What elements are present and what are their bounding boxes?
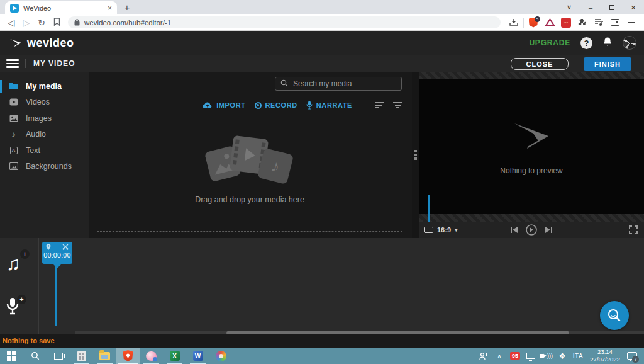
tab-close-icon[interactable]: × — [108, 4, 112, 13]
dropbox-icon[interactable]: ❖ — [555, 348, 569, 364]
fullscreen-icon[interactable] — [629, 225, 638, 234]
window-close-button[interactable]: × — [623, 0, 644, 14]
preview-playhead[interactable] — [428, 195, 430, 222]
narrate-button[interactable]: NARRATE — [306, 101, 352, 110]
playhead-line[interactable] — [55, 264, 57, 326]
add-audio-track-button[interactable]: ♫ + — [6, 253, 21, 275]
start-button[interactable] — [0, 348, 23, 364]
playhead-marker[interactable]: 00:00:00 — [42, 242, 72, 264]
tray-chevron-icon[interactable]: ∧ — [492, 348, 506, 364]
bookmark-icon[interactable] — [49, 18, 64, 28]
download-tray-icon[interactable] — [507, 16, 521, 29]
project-title[interactable]: MY VIDEO — [33, 59, 75, 68]
wevideo-arrow-icon — [9, 37, 23, 49]
toolbar-divider — [523, 18, 524, 28]
alert-badge[interactable]: 95 — [508, 348, 522, 364]
search-input[interactable] — [292, 79, 396, 89]
triangle-extension-icon[interactable] — [543, 16, 557, 29]
playlist-icon[interactable] — [592, 16, 606, 29]
sidebar-item-my-media[interactable]: My media — [0, 78, 89, 94]
people-icon[interactable] — [477, 348, 491, 364]
forward-icon[interactable]: ▷ — [19, 18, 34, 28]
content-area: My media Videos Images ♪ Audio A — [0, 72, 644, 238]
timeline[interactable]: ♫ + + 00:00:00 — [0, 238, 644, 334]
music-note-icon: ♪ — [9, 129, 18, 139]
media-dropzone[interactable]: ♪ Drag and drop your media here — [97, 117, 402, 232]
sidebar-item-videos[interactable]: Videos — [0, 94, 89, 111]
taskbar-file-explorer[interactable] — [93, 348, 116, 364]
import-button[interactable]: IMPORT — [203, 101, 245, 109]
preview-panel: Nothing to preview 16:9 ▾ — [419, 72, 644, 238]
extensions-puzzle-icon[interactable] — [575, 16, 589, 29]
user-avatar[interactable] — [623, 36, 636, 50]
scissors-icon — [62, 244, 69, 250]
folder-icon — [9, 82, 18, 90]
browser-navbar: ◁ ▷ ↻ wevideo.com/hub#editor/-1 5 ••• — [0, 14, 644, 31]
taskbar-search-button[interactable] — [23, 348, 47, 364]
timeline-zoom-button[interactable] — [600, 301, 629, 330]
skip-back-icon[interactable] — [510, 226, 518, 234]
window-restore-button[interactable] — [601, 0, 623, 14]
wevideo-logo[interactable]: wevideo — [9, 37, 74, 50]
lock-icon — [74, 17, 80, 28]
action-center-button[interactable]: 7 — [625, 348, 639, 364]
pink-app-icon — [146, 351, 157, 361]
brave-icon — [123, 350, 133, 361]
bell-icon[interactable] — [602, 37, 613, 50]
save-status: Nothing to save — [3, 337, 55, 344]
play-button-icon[interactable] — [526, 224, 537, 236]
wevideo-play-logo-icon — [511, 118, 552, 154]
browser-tab[interactable]: WeVideo × — [5, 1, 117, 14]
brave-shield-icon[interactable]: 5 — [526, 16, 540, 29]
taskbar-clock[interactable]: 23:14 27/07/2022 — [587, 348, 623, 363]
help-icon[interactable]: ? — [580, 37, 592, 49]
close-button[interactable]: CLOSE — [511, 58, 569, 70]
network-icon[interactable] — [524, 348, 538, 364]
browser-menu-icon[interactable] — [625, 16, 638, 29]
upgrade-button[interactable]: UPGRADE — [529, 38, 570, 47]
preview-viewport: Nothing to preview — [419, 79, 644, 214]
speaker-icon[interactable]: ))) — [540, 348, 553, 364]
new-tab-button[interactable]: + — [121, 2, 133, 13]
drag-handle-icon — [414, 150, 417, 160]
record-button[interactable]: RECORD — [255, 101, 297, 109]
sidebar-item-audio[interactable]: ♪ Audio — [0, 127, 89, 143]
shield-badge: 5 — [535, 16, 540, 22]
add-voiceover-track-button[interactable]: + — [6, 297, 19, 317]
back-icon[interactable]: ◁ — [4, 18, 19, 28]
divider — [364, 100, 364, 111]
finish-button[interactable]: FINISH — [584, 57, 631, 71]
taskbar-paint-app[interactable] — [209, 348, 233, 364]
wallet-icon[interactable] — [608, 16, 622, 29]
restore-icon — [609, 5, 614, 10]
language-indicator[interactable]: ITA — [571, 348, 585, 364]
skip-forward-icon[interactable] — [545, 226, 553, 234]
browser-tab-strip: WeVideo × + ∨ – × — [0, 0, 644, 14]
sidebar-item-images[interactable]: Images — [0, 110, 89, 127]
panel-splitter[interactable] — [412, 72, 419, 238]
calculator-icon — [77, 351, 86, 361]
taskbar-brave[interactable] — [116, 348, 140, 364]
taskbar-calculator[interactable] — [70, 348, 93, 364]
divider — [25, 59, 26, 68]
password-manager-icon[interactable]: ••• — [559, 16, 573, 29]
media-tiles-icon: ♪ — [203, 135, 297, 189]
address-bar[interactable]: wevideo.com/hub#editor/-1 — [68, 16, 501, 28]
search-box[interactable] — [275, 77, 402, 91]
tab-search-chevron-icon[interactable]: ∨ — [558, 0, 580, 14]
menu-icon[interactable] — [6, 59, 19, 67]
reload-icon[interactable]: ↻ — [34, 18, 49, 28]
taskbar-pink-app[interactable] — [140, 348, 163, 364]
preview-controls-bar: 16:9 ▾ — [419, 222, 644, 238]
taskbar-excel[interactable]: X — [163, 348, 186, 364]
window-minimize-button[interactable]: – — [580, 0, 601, 14]
sort-icon[interactable] — [375, 102, 384, 108]
sidebar-item-backgrounds[interactable]: Backgrounds — [0, 159, 89, 175]
sidebar-item-text[interactable]: A Text — [0, 142, 89, 159]
taskbar-word[interactable]: W — [186, 348, 209, 364]
filter-icon[interactable] — [393, 102, 402, 108]
task-view-button[interactable] — [47, 348, 70, 364]
url-text[interactable]: wevideo.com/hub#editor/-1 — [84, 19, 171, 26]
microphone-icon — [306, 101, 313, 110]
palette-icon — [216, 351, 226, 361]
